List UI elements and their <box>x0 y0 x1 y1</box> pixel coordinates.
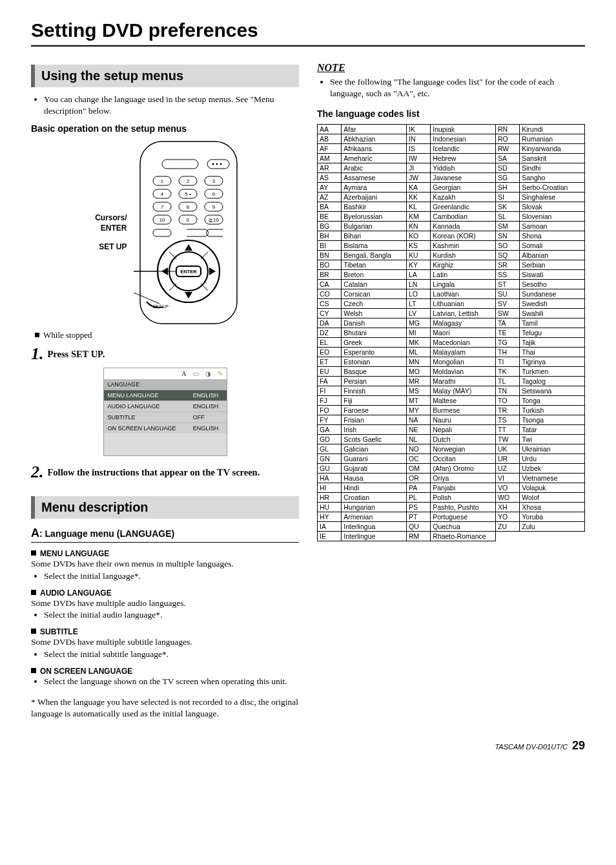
code-cell: ET <box>318 357 342 367</box>
name-cell: Hebrew <box>431 154 496 163</box>
name-cell: Abkhazian <box>342 134 407 144</box>
right-column: NOTE See the following "The language cod… <box>317 62 585 720</box>
osd-label: ON SCREEN LANGUAGE <box>104 423 189 434</box>
step-2: 2. Follow the instructions that appear o… <box>31 463 299 482</box>
name-cell: Faroese <box>342 406 407 415</box>
code-cell: CY <box>318 309 342 318</box>
code-cell: VI <box>495 474 519 483</box>
code-cell: SR <box>495 260 519 270</box>
name-cell: (Afan) Oromo <box>431 464 496 474</box>
code-cell: FA <box>318 377 342 386</box>
code-cell: LN <box>406 280 430 289</box>
name-cell: Corsican <box>342 289 407 299</box>
while-stopped: While stopped <box>35 330 299 340</box>
code-cell: SS <box>495 270 519 280</box>
remote-illustration: Cursors/ ENTER SET UP 1 2 <box>31 139 299 326</box>
code-cell: GN <box>318 454 342 464</box>
code-cell: CO <box>318 289 342 299</box>
code-cell: TW <box>495 435 519 444</box>
name-cell: Bulgarian <box>342 222 407 231</box>
code-cell: TN <box>495 386 519 396</box>
name-cell: Greenlandic <box>431 202 496 212</box>
code-cell: TH <box>495 348 519 357</box>
code-cell: RM <box>406 532 430 541</box>
name-cell: Kirghiz <box>431 260 496 270</box>
svg-marker-36 <box>185 292 192 298</box>
step-1: 1. Press SET UP. <box>31 344 299 364</box>
name-cell: Gujarati <box>342 464 407 474</box>
name-cell: Persian <box>342 377 407 386</box>
code-cell: AR <box>318 163 342 173</box>
name-cell: Frisian <box>342 415 407 425</box>
audio-tab-icon: ◑ <box>205 370 211 377</box>
code-cell: GL <box>318 444 342 454</box>
code-cell: LT <box>406 299 430 309</box>
name-cell: Sundanese <box>520 289 585 299</box>
name-cell: Malagasy <box>431 318 496 328</box>
name-cell: Breton <box>342 270 407 280</box>
table-row: HIHindiPAPanjabiVOVolapuk <box>318 483 585 493</box>
code-cell: LO <box>406 289 430 299</box>
code-cell: LV <box>406 309 430 318</box>
code-cell: CA <box>318 280 342 289</box>
svg-text:≧10: ≧10 <box>209 217 219 223</box>
svg-text:9: 9 <box>212 204 215 210</box>
name-cell: Kazakh <box>431 193 496 202</box>
code-cell: EU <box>318 367 342 377</box>
name-cell: Arabic <box>342 163 407 173</box>
svg-text:1: 1 <box>160 178 163 184</box>
svg-line-41 <box>169 284 176 291</box>
name-cell: Catalan <box>342 280 407 289</box>
name-cell: Kirundi <box>520 125 585 134</box>
footer-page: 29 <box>572 739 585 752</box>
code-cell: KU <box>406 251 430 260</box>
table-row: AFAfrikaansISIcelandicRWKinyarwanda <box>318 144 585 154</box>
code-cell: PL <box>406 493 430 503</box>
table-row: IEInterlingueRMRhaeto-Romance <box>318 532 585 541</box>
name-cell: Byelorussian <box>342 212 407 222</box>
name-cell: Oriya <box>431 474 496 483</box>
code-cell: AB <box>318 134 342 144</box>
language-tab-icon: A <box>181 370 186 377</box>
name-cell: Twi <box>520 435 585 444</box>
code-cell: BG <box>318 222 342 231</box>
table-row: CSCzechLTLithuanianSVSwedish <box>318 299 585 309</box>
name-cell: Wolof <box>520 493 585 503</box>
code-cell: IA <box>318 522 342 532</box>
osd-row: SUBTITLEOFF <box>104 412 227 423</box>
table-row: BEByelorussianKMCambodianSLSlovenian <box>318 212 585 222</box>
name-cell: Slovenian <box>520 212 585 222</box>
table-row: ABAbkhazianINIndonesianRORumanian <box>318 134 585 144</box>
osd-row: AUDIO LANGUAGEENGLISH <box>104 401 227 412</box>
code-cell: SU <box>495 289 519 299</box>
table-row: DZBhutaniMIMaoriTETelugu <box>318 328 585 338</box>
code-cell: FO <box>318 406 342 415</box>
osd-header: LANGUAGE <box>104 379 227 390</box>
name-cell: Yiddish <box>431 163 496 173</box>
svg-text:ENTER: ENTER <box>180 269 197 275</box>
name-cell: Fiji <box>342 396 407 406</box>
svg-point-5 <box>220 163 221 165</box>
code-cell: SH <box>495 183 519 193</box>
code-cell: SM <box>495 222 519 231</box>
code-cell: DZ <box>318 328 342 338</box>
name-cell: Afar <box>342 125 407 134</box>
code-cell: CS <box>318 299 342 309</box>
footnote: * When the language you have selected is… <box>31 696 299 720</box>
code-cell: BA <box>318 202 342 212</box>
label-enter: ENTER <box>87 224 127 234</box>
name-cell: Interlingue <box>342 532 407 541</box>
name-cell: Malay (MAY) <box>431 386 496 396</box>
code-cell: ZU <box>495 522 519 532</box>
name-cell: Vietnamese <box>520 474 585 483</box>
code-cell: EO <box>318 348 342 357</box>
code-cell: SA <box>495 154 519 163</box>
code-cell: HU <box>318 503 342 512</box>
svg-line-39 <box>169 252 176 259</box>
name-cell: Sindhi <box>520 163 585 173</box>
code-cell: RN <box>495 125 519 134</box>
code-cell: TR <box>495 406 519 415</box>
name-cell: Croatian <box>342 493 407 503</box>
code-cell: TE <box>495 328 519 338</box>
code-cell: VO <box>495 483 519 493</box>
